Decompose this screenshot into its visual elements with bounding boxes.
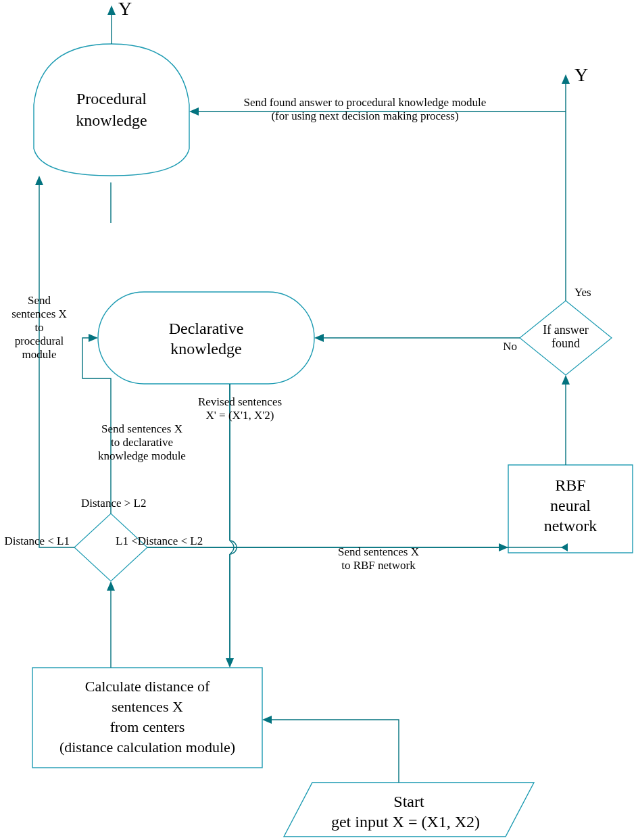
- arrow-calc-diamond: [107, 581, 115, 591]
- text-answer-2: found: [552, 337, 580, 350]
- label-senddecl-0: Send sentences X: [101, 422, 182, 435]
- label-sendproc-4: module: [22, 348, 57, 361]
- label-sendrbf-0: Send sentences X: [338, 545, 419, 558]
- label-yes: Yes: [574, 286, 591, 299]
- label-sendfound-2: (for using next decision making process): [271, 109, 458, 122]
- label-sendfound-1: Send found answer to procedural knowledg…: [244, 96, 487, 109]
- label-sendrbf-1: to RBF network: [341, 559, 416, 572]
- label-dist-lt: Distance < L1: [5, 535, 70, 547]
- label-revised-0: Revised sentences: [198, 395, 282, 408]
- text-rbf-1: RBF: [555, 476, 585, 494]
- label-senddecl-2: knowledge module: [98, 449, 186, 462]
- text-procedural-2: knowledge: [76, 112, 147, 129]
- node-declarative: [98, 292, 314, 384]
- text-calc-2: sentences X: [112, 698, 183, 715]
- arrow-start-calc: [262, 716, 272, 724]
- text-procedural-1: Procedural: [76, 90, 147, 107]
- label-no: No: [503, 340, 517, 353]
- label-sendproc-1: sentences X: [11, 307, 67, 320]
- arrow-send-found: [189, 107, 199, 116]
- text-declarative-1: Declarative: [169, 320, 244, 337]
- edge-diamond-to-procedural: [39, 182, 74, 547]
- label-y2: Y: [574, 64, 588, 85]
- label-y1: Y: [118, 0, 132, 19]
- arrow-no-declarative: [314, 334, 324, 342]
- label-sendproc-3: procedural: [15, 335, 64, 347]
- label-dist-mid: L1 <Distance < L2: [116, 535, 203, 547]
- text-rbf-2: neural: [550, 497, 591, 514]
- arrow-rbf-answer: [562, 375, 570, 385]
- text-start-2: get input X = (X1, X2): [331, 813, 480, 831]
- arrow-procedural-y: [107, 5, 116, 15]
- label-sendproc-0: Send: [28, 294, 51, 307]
- text-declarative-2: knowledge: [170, 340, 241, 357]
- text-calc-3: from centers: [110, 718, 185, 735]
- arrow-diamond-declarative: [89, 334, 98, 342]
- text-start-1: Start: [393, 793, 424, 810]
- edge-start-to-calc: [269, 720, 399, 783]
- text-calc-4: (distance calculation module): [59, 739, 235, 756]
- label-sendproc-2: to: [34, 321, 43, 334]
- label-revised-1: X' = (X'1, X'2): [206, 409, 274, 422]
- arrow-answer-y: [562, 74, 570, 84]
- text-rbf-3: network: [544, 517, 597, 535]
- arrow-diamond-rbf2: [499, 543, 508, 551]
- label-dist-gt: Distance > L2: [81, 497, 146, 510]
- text-calc-1: Calculate distance of: [85, 678, 210, 695]
- edge-declarative-down: [230, 384, 237, 661]
- label-senddecl-1: to declarative: [111, 436, 173, 449]
- node-procedural: [34, 44, 189, 176]
- text-answer-1: If answer: [543, 323, 588, 337]
- arrow-diamond-procedural: [35, 176, 43, 185]
- node-decision-distance: [74, 514, 147, 581]
- arrow-diamond-rbf: [561, 543, 568, 551]
